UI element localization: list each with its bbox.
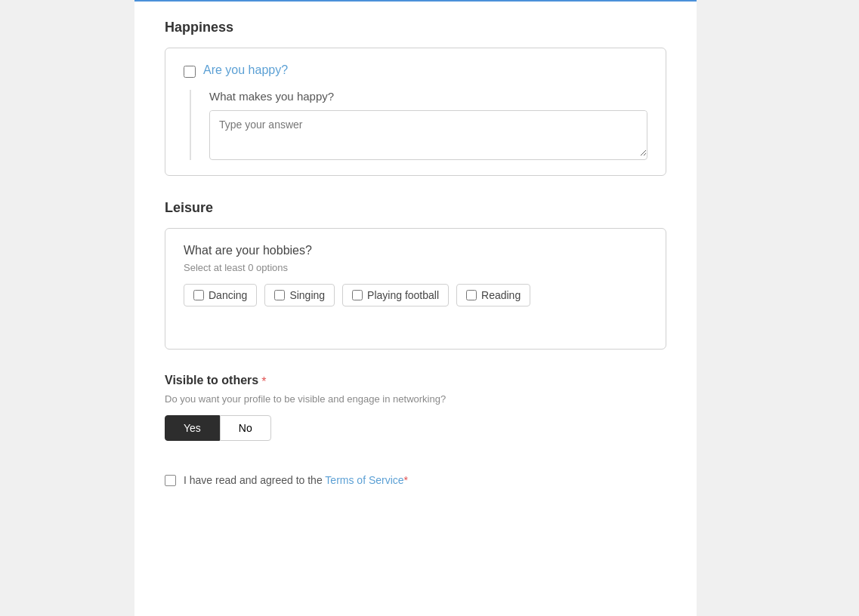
hobbies-card: What are your hobbies? Select at least 0… — [165, 228, 666, 350]
hobbies-options: Dancing Singing Playing football Reading — [184, 284, 647, 306]
what-makes-happy-text: What makes you happy? — [209, 90, 647, 103]
are-you-happy-row: Are you happy? — [184, 63, 647, 78]
what-makes-happy-section: What makes you happy? — [190, 90, 647, 160]
leisure-section: Leisure What are your hobbies? Select at… — [165, 200, 666, 350]
leisure-title: Leisure — [165, 200, 666, 216]
dancing-checkbox[interactable] — [193, 290, 204, 300]
tos-prefix: I have read and agreed to the — [184, 474, 323, 486]
dancing-option[interactable]: Dancing — [184, 284, 257, 306]
answer-textarea-wrapper — [209, 110, 647, 160]
visible-required-star: * — [261, 375, 266, 389]
tos-checkbox[interactable] — [165, 475, 176, 486]
no-button[interactable]: No — [220, 415, 271, 441]
reading-option[interactable]: Reading — [456, 284, 530, 306]
singing-label: Singing — [289, 289, 325, 301]
tos-link[interactable]: Terms of Service — [325, 474, 403, 486]
are-you-happy-question: Are you happy? — [203, 63, 288, 77]
dancing-label: Dancing — [209, 289, 247, 301]
reading-label: Reading — [481, 289, 521, 301]
hobbies-hint: Select at least 0 options — [184, 262, 647, 273]
hobbies-question: What are your hobbies? — [184, 244, 647, 257]
right-sidebar — [697, 0, 859, 616]
visible-title: Visible to others — [165, 374, 258, 387]
playing-football-checkbox[interactable] — [352, 290, 363, 300]
happiness-section: Happiness Are you happy? What makes you … — [165, 20, 666, 176]
singing-checkbox[interactable] — [274, 290, 285, 300]
happiness-answer-textarea[interactable] — [210, 111, 647, 156]
playing-football-option[interactable]: Playing football — [342, 284, 449, 306]
happiness-card: Are you happy? What makes you happy? — [165, 48, 666, 176]
yes-button[interactable]: Yes — [165, 415, 220, 441]
left-sidebar — [0, 0, 134, 616]
happiness-title: Happiness — [165, 20, 666, 35]
singing-option[interactable]: Singing — [264, 284, 335, 306]
visible-description: Do you want your profile to be visible a… — [165, 393, 666, 405]
main-content: Happiness Are you happy? What makes you … — [134, 0, 697, 616]
tos-required-star: * — [404, 474, 408, 486]
visible-toggle-group: Yes No — [165, 415, 666, 441]
visible-section: Visible to others * Do you want your pro… — [165, 374, 666, 441]
card-footer-space — [184, 306, 647, 334]
are-you-happy-checkbox[interactable] — [184, 66, 196, 78]
playing-football-label: Playing football — [367, 289, 439, 301]
tos-text: I have read and agreed to the Terms of S… — [184, 474, 408, 486]
tos-row: I have read and agreed to the Terms of S… — [165, 462, 666, 486]
reading-checkbox[interactable] — [466, 290, 477, 300]
